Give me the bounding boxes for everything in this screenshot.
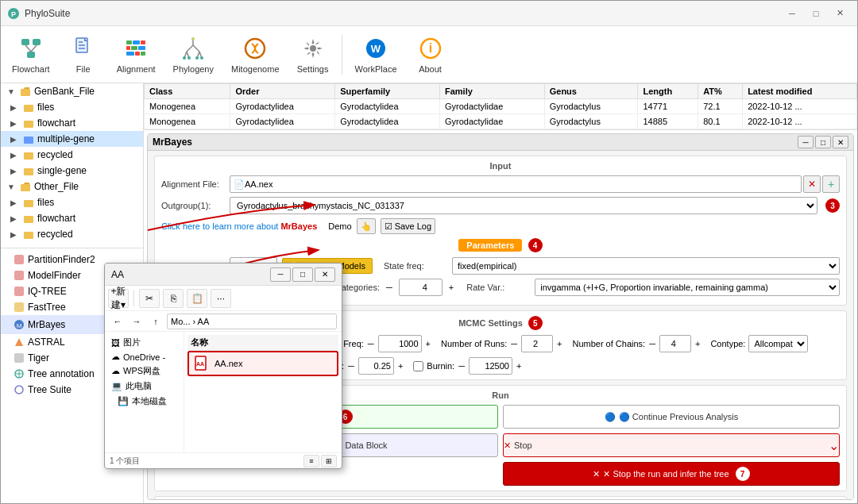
table-row[interactable]: Monogenea Gyrodactylidea Gyrodactylidea … [145,114,857,129]
outgroup-label: Outgroup(1): [161,201,225,210]
list-view-button[interactable]: ≡ [303,455,319,467]
svg-text:P: P [11,10,16,18]
burnin-checkbox[interactable] [413,361,423,371]
phylogeny-label: Phylogeny [173,64,214,74]
explorer-minimize-button[interactable]: ─ [270,267,291,282]
sidebar-item-recycled1[interactable]: ▶ recycled [1,147,143,163]
panel-controls: ─ □ ✕ [798,136,848,148]
chains-input[interactable] [659,335,691,352]
explorer-maximize-button[interactable]: □ [292,267,313,282]
tool-icon [14,286,25,297]
table-row[interactable]: Monogenea Gyrodactylidea Gyrodactylidea … [145,99,857,114]
parameters-button[interactable]: Parameters [458,239,522,252]
sidebar-item-multiple-gene[interactable]: ▶ multiple-gene [1,131,143,147]
toolbar-phylogeny[interactable]: Phylogeny [165,29,222,80]
demo-button[interactable]: 👆 [357,218,376,234]
close-button[interactable]: ✕ [829,6,851,21]
state-freq-select[interactable]: fixed(empirical) [452,257,840,275]
runs-label: Number of Runs: [441,339,507,348]
svg-rect-2 [21,39,29,45]
nav-forward-button[interactable]: → [129,314,145,329]
rate-var-select[interactable]: invgamma (+I+G, Proportion invariable, r… [535,279,840,296]
sidebar-item-genbank[interactable]: ▼ GenBank_File [1,83,143,99]
outgroup-select[interactable]: Gyrodactylus_brachymystacis_NC_031337 [230,197,817,214]
stop-button[interactable]: ✕ Stop ⌄ [503,433,840,457]
gamma-input[interactable] [399,279,443,296]
cell-superfamily: Gyrodactylidea [335,99,440,114]
new-folder-button[interactable]: +新建▾ [108,289,129,308]
sidebar-wps[interactable]: ☁ WPS网盘 [108,364,180,379]
sidebar-item-single-gene[interactable]: ▶ single-gene [1,163,143,179]
alignment-row: Alignment File: 📄 AA.nex ✕ + [161,175,840,193]
toolbar-alignment[interactable]: Alignment [109,29,164,80]
toolbar-mitogenome[interactable]: Mitogenome [223,29,288,80]
burnin-fraction-input[interactable] [358,357,394,375]
continue-button[interactable]: 🔵 🔵 Continue Previous Analysis [503,405,840,429]
cell-length: 14771 [638,99,698,114]
file-item-aa[interactable]: AA AA.nex [187,351,338,376]
svg-rect-44 [21,184,30,191]
stop-infer-button[interactable]: ✕ ✕ Stop the run and infer the tree 7 [503,462,840,486]
burnin-input[interactable] [469,357,512,375]
toolbar-about[interactable]: i About [407,29,454,80]
sidebar-item-otherfile[interactable]: ▼ Other_File [1,179,143,194]
maximize-button[interactable]: □ [805,6,827,21]
mitogenome-icon [242,36,268,61]
alignment-clear-button[interactable]: ✕ [803,175,821,193]
more-button[interactable]: ··· [211,289,231,308]
toolbar: Flowchart File Alignment Phylogeny Mitog… [1,26,857,83]
sampling-input[interactable] [378,335,422,352]
nav-back-button[interactable]: ← [110,314,126,329]
nav-up-button[interactable]: ↑ [148,314,164,329]
thispc-icon: 💻 [111,381,122,391]
chevron-down-icon: ⌄ [829,438,839,453]
onedrive-icon: ☁ [111,352,120,362]
cell-genus: Gyrodactylus [544,114,638,129]
sidebar-item-flowchart2[interactable]: ▶ flowchart [1,210,143,226]
sidebar-files1-label: files [37,102,137,113]
minimize-button[interactable]: ─ [781,6,803,21]
panel-minimize-button[interactable]: ─ [798,136,814,148]
grid-view-button[interactable]: ⊞ [321,455,337,467]
sidebar-pictures[interactable]: 🖼 图片 [108,335,180,350]
sidebar-item-flowchart1[interactable]: ▶ flowchart [1,115,143,131]
sidebar-item-files2[interactable]: ▶ files [1,194,143,210]
svg-point-30 [195,56,199,60]
col-order: Order [230,84,335,99]
alignment-browse-button[interactable]: + [822,175,840,193]
copy-button[interactable]: ⎘ [163,289,184,308]
toolbar-file[interactable]: File [60,29,107,80]
panel-close-button[interactable]: ✕ [833,136,848,148]
demo-separator: Demo [328,221,351,231]
contype-select[interactable]: Allcompat [748,335,808,352]
sidebar-genbank-label: GenBank_File [34,86,137,97]
save-log-checkbox: ☑ [385,221,392,232]
sidebar-item-recycled2[interactable]: ▶ recycled [1,226,143,242]
expand-icon: ▶ [10,119,20,128]
toolbar-settings[interactable]: Settings [289,29,337,80]
sidebar-localdir[interactable]: 💾 本地磁盘 [108,394,180,409]
sidebar-recycled1-label: recycled [37,149,137,160]
folder-icon [23,197,34,208]
explorer-close-button[interactable]: ✕ [315,267,335,282]
flowchart-icon [18,36,44,61]
sidebar-item-files1[interactable]: ▶ files [1,99,143,115]
panel-maximize-button[interactable]: □ [815,136,831,148]
path-text: Mo... › AA [171,317,209,326]
svg-rect-13 [141,40,145,44]
mrbayes-link[interactable]: MrBayes [280,221,317,231]
paste-button[interactable]: 📋 [187,289,207,308]
toolbar-workplace[interactable]: W WorkPlace [347,29,405,80]
tool-icon [14,270,25,281]
sidebar-flowchart2-label: flowchart [37,213,137,224]
file-header: 名称 [187,335,338,351]
sidebar-thispc[interactable]: 💻 此电脑 [108,379,180,394]
title-bar-left: P PhyloSuite [7,7,70,20]
cut-button[interactable]: ✂ [139,289,160,308]
save-log-button[interactable]: ☑ Save Log [381,218,435,234]
folder-icon [20,181,31,192]
click-here-text[interactable]: Click here to learn more about MrBayes [161,221,317,231]
sidebar-onedrive[interactable]: ☁ OneDrive - [108,350,180,364]
toolbar-flowchart[interactable]: Flowchart [4,29,58,80]
runs-input[interactable] [521,335,553,352]
